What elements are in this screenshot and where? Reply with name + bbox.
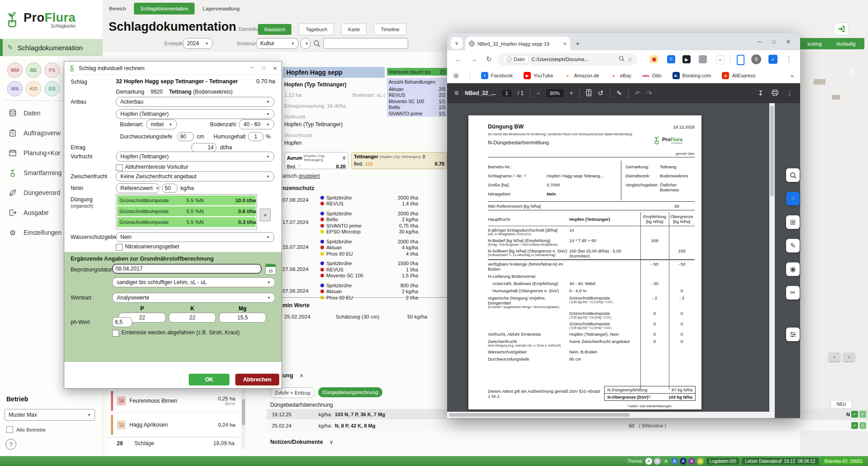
pdf-menu-icon[interactable] <box>454 89 458 97</box>
spray-group[interactable]: 17.07.2024 Spritzbrühe2000 l/haBellis2 k… <box>282 210 427 235</box>
mg-input[interactable] <box>219 313 266 323</box>
view-tab-karte[interactable]: Karte <box>341 24 367 35</box>
list-item[interactable]: 13 Hagg Aprikosen 0,24 ha <box>109 413 240 437</box>
spray-group[interactable]: 15.07.2024 Spritzbrühe2000 l/haAktuan4 k… <box>282 238 427 257</box>
map-satellite[interactable]: Müh <box>800 52 868 364</box>
duengung-section-header[interactable]: ung <box>282 372 304 379</box>
tab-schlagdokumentation[interactable]: Schlagdokumentation <box>134 3 195 14</box>
kultur-select[interactable]: Hopfen (Tettnanger) <box>116 109 274 119</box>
list-item[interactable]: 14 Feurenmoos Birnen 0,25 ha Birne <box>109 389 240 413</box>
alle-betriebe-checkbox[interactable] <box>6 426 13 433</box>
bodenzahl-select[interactable]: 40 - 60 <box>239 119 274 129</box>
check-icon[interactable] <box>851 422 858 429</box>
apps-grid-icon[interactable] <box>453 72 459 79</box>
group-circle[interactable]: BE <box>26 62 41 78</box>
check-icon[interactable] <box>851 411 858 418</box>
search-icon[interactable] <box>313 40 320 49</box>
tab-lagerverwaltung[interactable]: Lagerverwaltung <box>196 3 246 14</box>
security-shield-icon[interactable] <box>768 55 777 64</box>
nmin-input[interactable] <box>162 184 177 193</box>
nitratsanierung-checkbox[interactable] <box>116 244 123 251</box>
check-icon[interactable] <box>859 422 866 429</box>
zufuhr-entzug-button[interactable]: Zufuhr + Entzug <box>270 387 315 398</box>
forward-button[interactable] <box>471 55 477 63</box>
rotate-icon[interactable] <box>598 89 604 97</box>
fertilizer-row[interactable]: Grünschnittkomposte5.5 %N0.6 t/ha <box>117 206 256 216</box>
undo-icon[interactable] <box>635 90 640 97</box>
zoom-level[interactable]: 80% <box>546 89 563 97</box>
sidebar-calculator-icon[interactable]: ⊞ <box>786 215 800 229</box>
bookmarks-overflow-icon[interactable] <box>791 72 794 79</box>
back-button[interactable] <box>455 55 462 63</box>
group-circle[interactable]: KO <box>26 81 41 96</box>
duengeplanungsrechnung-button[interactable]: Düngeplanungsrechnung <box>318 387 382 397</box>
view-tab-tagebuch[interactable]: Tagebuch <box>299 24 334 35</box>
bookmark-item[interactable]: ▶ YouTube <box>524 72 553 79</box>
profile-avatar[interactable]: 8 <box>751 54 761 64</box>
group-circle[interactable]: ER <box>44 81 60 96</box>
bookmark-item[interactable]: a Amazon.de <box>564 72 599 79</box>
vorlaeufig-button[interactable]: Vorläufig <box>827 38 864 49</box>
search-input[interactable] <box>323 38 408 49</box>
humusgehalt-input[interactable] <box>248 132 263 141</box>
bookmark-item[interactable]: A AliExpress <box>722 72 755 79</box>
help-button[interactable]: ? <box>5 439 16 450</box>
check-icon[interactable] <box>859 411 866 418</box>
annotate-icon[interactable] <box>617 90 622 97</box>
new-tab-button[interactable] <box>576 39 580 47</box>
window-minimize-button[interactable] <box>758 39 762 44</box>
fertilizer-row[interactable]: Grünschnittkomposte5.5 %N10.0 t/ha <box>117 195 256 205</box>
zoom-search-icon[interactable] <box>619 55 625 63</box>
extension-lock-icon[interactable]: ⚿ <box>667 55 675 63</box>
dialog-titlebar[interactable]: Schlag individuell rechnen <box>64 62 281 75</box>
betrieb-select[interactable]: Muster Max <box>5 409 95 421</box>
fit-page-icon[interactable] <box>586 89 591 98</box>
notizen-section-header[interactable]: Notizen/Dokumente <box>270 439 333 445</box>
abfuhr-checkbox[interactable] <box>116 164 123 171</box>
view-tab-klassisch[interactable]: Klassisch <box>258 24 291 35</box>
theme-circle[interactable]: A <box>645 458 652 465</box>
bodenart-select[interactable]: mittel <box>146 119 177 129</box>
ok-button[interactable]: OK <box>189 374 229 385</box>
group-circle[interactable]: PS <box>44 62 60 78</box>
pdf-page-input[interactable]: 1 <box>502 90 511 97</box>
wasserschutz-select[interactable]: Nein <box>116 232 274 242</box>
ph-input[interactable] <box>112 317 132 327</box>
neu-button[interactable]: NEU <box>830 400 852 409</box>
dialog-minimize-button[interactable] <box>250 65 254 72</box>
vorfrucht-select[interactable]: Hopfen (Tettnanger) <box>116 152 274 162</box>
extensions-puzzle-icon[interactable]: ꩜ <box>716 55 725 64</box>
calendar-icon[interactable]: 15 <box>265 264 276 275</box>
theme-circle[interactable]: A <box>654 458 661 465</box>
sorte-card-tettnanger[interactable]: Tettnanger(Hopfen (Typ Tettnanger))⚲ Bed… <box>351 152 447 169</box>
theme-circle[interactable]: A <box>697 458 704 465</box>
map-prev-button[interactable] <box>829 352 840 361</box>
erntejahr-select[interactable]: 2024 <box>183 38 213 49</box>
sidebar-compose-icon[interactable] <box>786 239 800 252</box>
reload-button[interactable] <box>486 55 492 63</box>
list-scrollbar[interactable] <box>242 390 245 449</box>
redo-icon[interactable] <box>647 90 652 97</box>
sorte-card-aurum[interactable]: Aurum(Hopfen (Typ Tettnanger))⚲ Bed.?0.2… <box>284 152 348 169</box>
address-bar[interactable]: iDatei C:/Users/steph/Docume... <box>498 53 637 66</box>
view-tab-timeline[interactable]: Timeline <box>374 24 406 35</box>
zoom-out-icon[interactable] <box>537 90 540 96</box>
sidebar-item-schlagdokumentation[interactable]: Schlagdokumentation <box>0 39 102 56</box>
k-input[interactable] <box>169 313 216 323</box>
beprobungsdatum-input[interactable] <box>112 264 262 274</box>
cancel-button[interactable]: Abbrechen <box>235 374 279 385</box>
bookmark-item[interactable]: e eBay <box>610 72 631 79</box>
werteart-select[interactable]: Analysewerte <box>112 293 275 303</box>
map-next-button[interactable] <box>843 352 855 361</box>
pdf-horizontal-scrollbar[interactable] <box>447 412 769 418</box>
bookmark-item[interactable]: f Facebook <box>481 72 513 79</box>
extension-shield-icon[interactable] <box>699 55 707 63</box>
file-scheme-chip[interactable]: iDatei <box>502 55 529 63</box>
extension-icon-1[interactable] <box>650 55 658 63</box>
group-circle[interactable]: MM <box>7 62 23 78</box>
sidebar-toggle-icon[interactable] <box>737 55 744 65</box>
extension-video-icon[interactable]: ▶ <box>682 55 691 63</box>
spray-group[interactable]: 07.06.2024 Spritzbrühe800 l/haAktuan2 kg… <box>282 282 427 301</box>
pdf-vertical-scrollbar[interactable] <box>769 103 775 418</box>
expand-icon[interactable] <box>329 439 334 445</box>
